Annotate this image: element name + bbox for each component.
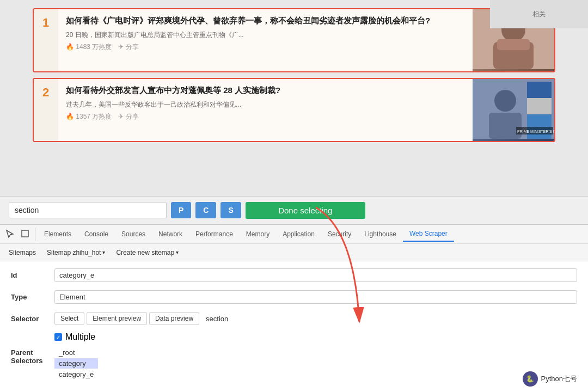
parent-selectors-list: _root category category_e (54, 347, 98, 379)
selector-controls: Select Element preview Data preview sect… (54, 312, 232, 325)
cursor-icon-btn[interactable] (2, 227, 17, 242)
news-number-2: 2 (34, 79, 58, 141)
devtools-tab-bar: Elements Console Sources Network Perform… (0, 224, 588, 244)
sitemaps-item[interactable]: Sitemaps (4, 247, 40, 259)
tab-sources[interactable]: Sources (115, 227, 152, 241)
select-button[interactable]: Select (54, 312, 84, 325)
type-input[interactable] (54, 290, 577, 304)
svg-rect-8 (527, 98, 552, 114)
parent-item-category[interactable]: category (54, 358, 98, 369)
devtools-form-content: Id Type Selector Select Element preview … (0, 261, 588, 392)
create-sitemap-dropdown[interactable]: Create new sitemap (112, 247, 183, 259)
p-button[interactable]: P (171, 202, 191, 218)
multiple-label: Multiple (65, 332, 95, 342)
news-meta-2: 🔥 1357 万热度 ✈ 分享 (66, 112, 465, 121)
tab-console[interactable]: Console (78, 227, 115, 241)
multiple-checkbox[interactable]: ✓ (54, 333, 62, 341)
form-row-parent-selectors: Parent Selectors _root category category… (11, 347, 577, 379)
tab-elements[interactable]: Elements (38, 227, 78, 241)
sitemap-dropdown[interactable]: Sitemap zhihu_hot (42, 247, 109, 259)
news-body-1: 如何看待《广电时评》评郑爽境外代孕、曾欲弃养一事，称不会给丑闻劣迹者发声露脸的机… (58, 9, 473, 71)
news-number-1: 1 (34, 9, 58, 71)
news-fire-1: 🔥 1483 万热度 (66, 42, 112, 52)
tab-security[interactable]: Security (321, 227, 358, 241)
form-area: Id Type Selector Select Element preview … (0, 261, 588, 390)
element-preview-button[interactable]: Element preview (87, 312, 147, 325)
tab-application[interactable]: Application (276, 227, 321, 241)
news-meta-1: 🔥 1483 万热度 ✈ 分享 (66, 42, 465, 52)
news-share-2: ✈ 分享 (118, 112, 138, 121)
form-row-selector: Selector Select Element preview Data pre… (11, 310, 577, 327)
svg-rect-9 (527, 114, 552, 139)
browser-content: 1 如何看待《广电时评》评郑爽境外代孕、曾欲弃养一事，称不会给丑闻劣迹者发声露脸… (0, 0, 588, 196)
devtools-panel: Elements Console Sources Network Perform… (0, 224, 588, 392)
svg-rect-13 (22, 230, 28, 237)
css-selector-input[interactable] (9, 202, 167, 218)
news-card-2: 2 如何看待外交部发言人宣布中方对蓬佩奥等 28 人实施制裁? 过去几年，美国一… (33, 78, 555, 142)
s-button[interactable]: S (220, 202, 241, 218)
right-column: 相关 (490, 0, 588, 28)
tab-web-scraper[interactable]: Web Scraper (403, 226, 454, 242)
selector-bar: P C S Done selecting (0, 196, 588, 224)
devtools-submenu: Sitemaps Sitemap zhihu_hot Create new si… (0, 244, 588, 261)
svg-rect-7 (527, 82, 552, 98)
box-icon-btn[interactable] (17, 227, 33, 242)
watermark: 🐍 Python七号 (523, 371, 577, 387)
multiple-row: ✓ Multiple (54, 332, 577, 342)
tab-performance[interactable]: Performance (189, 227, 240, 241)
parent-item-category-e[interactable]: category_e (54, 369, 98, 379)
c-button[interactable]: C (195, 202, 216, 218)
news-desc-1: 20 日晚，国家新闻出版广电总局监管中心主管重点刊物《广... (66, 30, 465, 40)
tab-bar-separator (35, 228, 35, 241)
type-label: Type (11, 293, 54, 301)
news-card-1: 1 如何看待《广电时评》评郑爽境外代孕、曾欲弃养一事，称不会给丑闻劣迹者发声露脸… (33, 8, 555, 72)
news-body-2: 如何看待外交部发言人宣布中方对蓬佩奥等 28 人实施制裁? 过去几年，美国一些反… (58, 79, 473, 141)
tab-lighthouse[interactable]: Lighthouse (358, 227, 403, 241)
done-selecting-button[interactable]: Done selecting (246, 202, 365, 219)
news-desc-2: 过去几年，美国一些反华政客出于一己政治私利和对华偏见... (66, 100, 465, 109)
news-title-1: 如何看待《广电时评》评郑爽境外代孕、曾欲弃养一事，称不会给丑闻劣迹者发声露脸的机… (66, 15, 465, 27)
svg-rect-6 (489, 113, 522, 139)
id-input[interactable] (54, 268, 577, 282)
parent-item-root[interactable]: _root (54, 347, 98, 358)
data-preview-button[interactable]: Data preview (149, 312, 199, 325)
right-col-label: 相关 (532, 10, 546, 19)
svg-point-5 (494, 90, 516, 112)
svg-text:PRIME MINISTER'S OFFICE: PRIME MINISTER'S OFFICE (517, 130, 554, 133)
svg-rect-3 (497, 39, 530, 50)
form-row-id: Id (11, 267, 577, 283)
selector-label: Selector (11, 315, 54, 323)
news-image-2: PRIME MINISTER'S OFFICE (473, 79, 554, 141)
news-title-2: 如何看待外交部发言人宣布中方对蓬佩奥等 28 人实施制裁? (66, 84, 465, 97)
parent-selectors-label: Parent Selectors (11, 347, 54, 365)
watermark-text: Python七号 (541, 374, 577, 384)
id-label: Id (11, 271, 54, 279)
tab-network[interactable]: Network (152, 227, 189, 241)
news-fire-2: 🔥 1357 万热度 (66, 112, 112, 121)
selector-value-tag: section (201, 313, 232, 325)
tab-memory[interactable]: Memory (240, 227, 276, 241)
news-share-1: ✈ 分享 (118, 42, 138, 52)
watermark-icon: 🐍 (523, 371, 538, 387)
form-row-type: Type (11, 289, 577, 305)
